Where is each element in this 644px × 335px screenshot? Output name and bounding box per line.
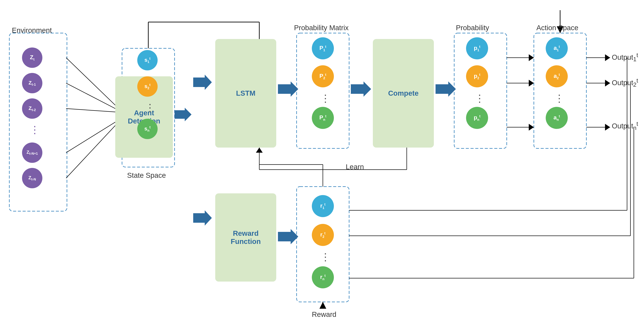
s2-node: s2t: [137, 76, 158, 97]
svg-line-10: [66, 126, 115, 178]
r2-node: r2t: [312, 224, 334, 246]
s-dots: ⋮: [145, 102, 155, 114]
p1-prob-node: p1t: [466, 37, 488, 59]
arrow-prob-to-compete: [351, 81, 371, 97]
svg-marker-43: [174, 108, 192, 121]
svg-marker-44: [193, 75, 212, 90]
p-matrix-dots: ⋮: [320, 92, 330, 104]
svg-line-6: [66, 58, 115, 105]
z-dots: ⋮: [30, 124, 40, 136]
r-dots: ⋮: [320, 251, 330, 263]
rn-node: rnt: [312, 266, 334, 288]
svg-marker-26: [605, 124, 610, 131]
action-space-label: Action Space: [536, 24, 578, 32]
z-t1-node: Zt-1: [22, 73, 42, 93]
sn-node: snt: [137, 119, 158, 139]
arrow-state-to-lstm: [193, 75, 212, 90]
arrow-state-to-reward: [193, 210, 212, 226]
arrow-agent-to-state: [174, 108, 192, 121]
svg-marker-20: [529, 124, 534, 131]
probability-matrix-label: Probability Matrix: [294, 24, 348, 32]
svg-marker-48: [436, 81, 456, 97]
svg-line-8: [66, 109, 115, 112]
a2-node: a2t: [546, 65, 568, 87]
output1-label: Output1t: [612, 52, 638, 63]
pn-prob-node: pnt: [466, 107, 488, 129]
reward-function-box: RewardFunction: [215, 193, 276, 281]
svg-marker-18: [529, 80, 534, 87]
a-dots: ⋮: [554, 92, 564, 104]
svg-marker-49: [278, 229, 298, 244]
learn-label: Learn: [346, 163, 364, 171]
output2-label: Output2t: [612, 77, 638, 88]
svg-marker-40: [320, 302, 326, 309]
outputn-label: Outputnt: [612, 120, 638, 131]
svg-line-9: [66, 122, 115, 153]
compete-box: Compete: [373, 39, 434, 148]
an-node: ant: [546, 107, 568, 129]
svg-line-7: [66, 83, 115, 109]
p-prob-dots: ⋮: [474, 92, 485, 104]
svg-marker-22: [605, 54, 610, 61]
svg-marker-45: [193, 210, 212, 226]
svg-marker-47: [351, 81, 371, 97]
probability-label: Probability: [456, 24, 489, 32]
arrow-lstm-to-prob: [278, 81, 298, 97]
p2-prob-node: p2t: [466, 65, 488, 87]
lstm-box: LSTM: [215, 39, 276, 148]
environment-label: Environment: [12, 26, 52, 35]
state-space-label: State Space: [127, 171, 166, 179]
svg-marker-30: [256, 148, 263, 153]
arrow-reward-func-to-r: [278, 229, 298, 244]
arrow-compete-to-prob: [436, 81, 456, 97]
r1-node: r1t: [312, 195, 334, 217]
svg-marker-16: [529, 54, 534, 61]
p2-matrix-node: P2t: [312, 65, 334, 87]
s1-node: s1t: [137, 50, 158, 70]
z-t2-node: Zt-2: [22, 98, 42, 119]
z-tn-node: Zt-N: [22, 168, 42, 188]
p1-matrix-node: P1t: [312, 37, 334, 59]
diagram: Environment Zt Zt-1 Zt-2 ⋮ Zt-N+1 Zt-N A…: [0, 0, 644, 335]
reward-label: Reward: [312, 310, 336, 318]
pn-matrix-node: Pnt: [312, 107, 334, 129]
a1-node: a1t: [546, 37, 568, 59]
z-tn1-node: Zt-N+1: [22, 142, 42, 163]
svg-marker-46: [278, 81, 298, 97]
svg-marker-24: [605, 80, 610, 87]
z-t-node: Zt: [22, 48, 42, 68]
